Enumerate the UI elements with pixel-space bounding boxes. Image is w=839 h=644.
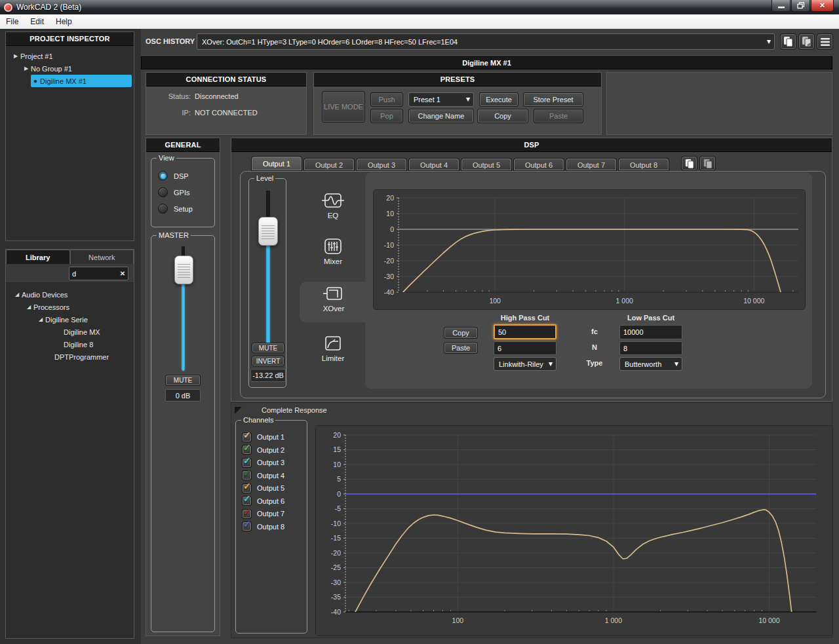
tab-output-1[interactable]: Output 1 <box>251 156 302 171</box>
execute-button[interactable]: Execute <box>479 92 518 107</box>
channel-toggle-output-7[interactable]: ✓Output 7 <box>236 508 307 520</box>
project-item-project-1[interactable]: ▶Project #1 <box>11 50 134 62</box>
channel-toggle-output-2[interactable]: ✓Output 2 <box>236 444 307 456</box>
hp-frequency-input[interactable] <box>494 324 556 339</box>
level-fader-knob[interactable] <box>258 217 278 246</box>
channel-toggle-output-1[interactable]: ✓Output 1 <box>236 431 307 444</box>
section-limiter-button[interactable]: Limiter <box>300 331 366 369</box>
channel-toggle-output-8[interactable]: ✓Output 8 <box>236 520 307 533</box>
channels-group-label: Channels <box>241 415 275 425</box>
library-item-dptprogrammer[interactable]: DPTProgrammer <box>45 350 134 363</box>
svg-text:-35: -35 <box>331 593 341 601</box>
close-button[interactable]: ✕ <box>811 0 834 12</box>
svg-text:-15: -15 <box>331 534 341 542</box>
restore-button[interactable] <box>791 0 810 12</box>
osc-history-dropdown[interactable]: XOver: OutCh=1 HType=3 LType=0 HOrder=6 … <box>197 33 775 50</box>
view-option-gpis[interactable]: GPIs <box>151 184 214 200</box>
menu-help[interactable]: Help <box>50 15 78 28</box>
level-invert-button[interactable]: INVERT <box>252 356 284 366</box>
channel-label: Output 7 <box>257 510 284 518</box>
osc-history-label: OSC HISTORY <box>146 37 195 45</box>
channel-toggle-output-3[interactable]: ✓Output 3 <box>236 457 307 469</box>
limiter-icon <box>322 335 344 353</box>
lp-frequency-input[interactable] <box>619 325 682 339</box>
preset-select[interactable]: Preset 1 ▾ <box>408 92 474 107</box>
library-item-processors[interactable]: ◢Processors <box>24 301 134 313</box>
paste-channel-button[interactable] <box>699 156 716 171</box>
tab-output-6[interactable]: Output 6 <box>513 158 564 171</box>
tab-output-5[interactable]: Output 5 <box>461 158 512 171</box>
tab-output-4[interactable]: Output 4 <box>408 158 459 171</box>
menu-button[interactable] <box>817 33 833 50</box>
live-mode-button[interactable]: LIVE MODE <box>322 91 365 123</box>
library-item-audio-devices[interactable]: ◢Audio Devices <box>12 288 134 301</box>
library-item-digiline-mx[interactable]: Digiline MX <box>54 326 134 338</box>
copy-edit-button[interactable] <box>798 33 815 50</box>
level-mute-button[interactable]: MUTE <box>252 343 284 353</box>
high-pass-title: High Pass Cut <box>494 314 556 322</box>
low-pass-title: Low Pass Cut <box>619 314 682 322</box>
tree-item-label: Digiline MX #1 <box>40 77 87 85</box>
svg-text:10 000: 10 000 <box>743 297 764 305</box>
project-item-no-group-1[interactable]: ▶No Group #1 <box>22 62 134 75</box>
minimize-button[interactable] <box>771 0 790 12</box>
store-preset-button[interactable]: Store Preset <box>523 92 583 107</box>
tab-output-7[interactable]: Output 7 <box>566 158 617 171</box>
library-item-digiline-serie[interactable]: ◢Digiline Serie <box>36 313 134 326</box>
radio-label: Setup <box>174 205 193 213</box>
hp-type-select[interactable]: Linkwith-Riley ▾ <box>494 357 556 371</box>
copy-icon <box>684 159 695 169</box>
radio-icon <box>158 187 168 197</box>
clear-search-icon[interactable]: ✕ <box>117 270 128 277</box>
section-eq-button[interactable]: EQ <box>300 189 366 227</box>
check-icon: ✓ <box>243 519 251 529</box>
channel-toggle-output-4[interactable]: ✓Output 4 <box>236 469 307 482</box>
svg-text:-30: -30 <box>331 578 341 586</box>
tab-output-8[interactable]: Output 8 <box>618 158 669 171</box>
push-button[interactable]: Push <box>370 92 403 107</box>
check-icon: ✓ <box>243 481 251 491</box>
tab-output-2[interactable]: Output 2 <box>303 158 355 171</box>
collapse-triangle-icon[interactable] <box>235 407 242 414</box>
menu-file[interactable]: File <box>0 15 24 28</box>
xover-paste-button[interactable]: Paste <box>444 342 478 354</box>
channel-label: Output 4 <box>257 472 284 480</box>
svg-text:-10: -10 <box>384 241 394 249</box>
copy-channel-button[interactable] <box>681 156 697 171</box>
title-bar[interactable]: WorkCAD 2 (Beta) ✕ <box>0 0 839 14</box>
view-option-setup[interactable]: Setup <box>151 200 214 217</box>
menu-bar[interactable]: FileEditHelp <box>0 14 839 29</box>
tab-network[interactable]: Network <box>70 250 134 264</box>
project-item-digiline-mx-1[interactable]: ●Digiline MX #1 <box>31 75 132 87</box>
svg-text:10 000: 10 000 <box>758 616 779 624</box>
lp-order-input[interactable] <box>619 341 682 355</box>
section-mixer-button[interactable]: Mixer <box>300 235 366 273</box>
channel-toggle-output-5[interactable]: ✓Output 5 <box>236 482 307 495</box>
paste-preset-button[interactable]: Paste <box>534 109 583 123</box>
workcad-window: WorkCAD 2 (Beta) ✕ FileEditHelp PROJECT … <box>0 0 839 644</box>
pop-button[interactable]: Pop <box>370 109 403 123</box>
view-option-dsp[interactable]: DSP <box>151 168 214 184</box>
search-input[interactable] <box>69 270 117 278</box>
library-item-digiline-8[interactable]: Digiline 8 <box>54 338 134 350</box>
tree-item-label: DPTProgrammer <box>54 353 109 361</box>
radio-label: GPIs <box>174 189 189 197</box>
channel-toggle-output-6[interactable]: ✓Output 6 <box>236 495 307 507</box>
menu-edit[interactable]: Edit <box>24 15 50 28</box>
master-fader-knob[interactable] <box>174 256 193 284</box>
change-name-button[interactable]: Change Name <box>408 109 474 123</box>
copy-preset-button[interactable]: Copy <box>477 109 528 123</box>
library-search-box: ✕ <box>69 267 128 280</box>
section-xover-button[interactable]: XOver <box>300 282 368 322</box>
lp-type-select[interactable]: Butterworth ▾ <box>619 357 682 371</box>
tree-item-label: Digiline MX <box>64 328 100 336</box>
tab-output-3[interactable]: Output 3 <box>356 158 407 171</box>
copy-history-button[interactable] <box>780 33 796 50</box>
hp-order-input[interactable] <box>494 341 556 355</box>
xover-copy-button[interactable]: Copy <box>444 327 478 339</box>
check-icon: ✓ <box>243 506 251 517</box>
tab-library[interactable]: Library <box>6 250 70 264</box>
connection-status-title: CONNECTION STATUS <box>146 73 306 86</box>
svg-text:-20: -20 <box>384 257 394 265</box>
master-mute-button[interactable]: MUTE <box>165 375 201 386</box>
